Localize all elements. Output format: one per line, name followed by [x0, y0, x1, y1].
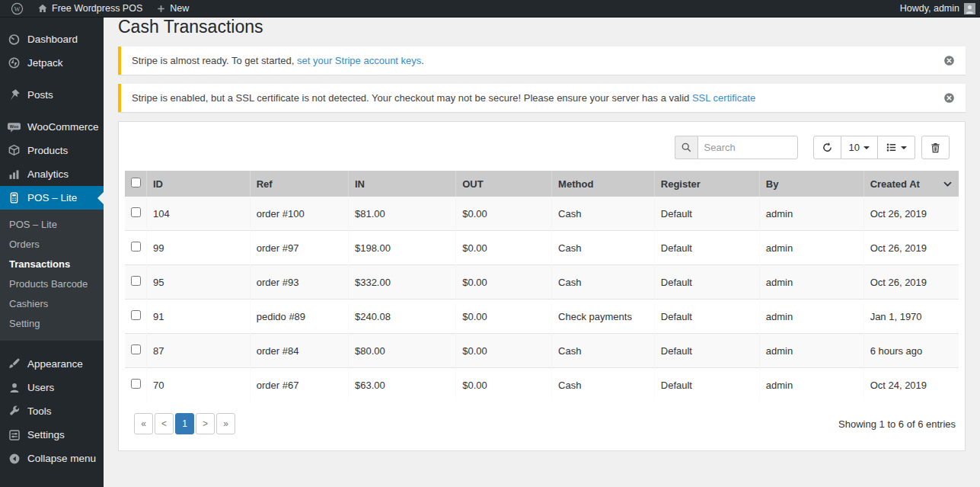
header-register[interactable]: Register [654, 171, 759, 197]
cell-ref: order #67 [250, 368, 348, 402]
refresh-button[interactable] [813, 136, 841, 159]
row-checkbox[interactable] [131, 310, 141, 320]
cell-id: 70 [146, 368, 250, 402]
ssl-certificate-link[interactable]: SSL certificate [692, 92, 755, 104]
select-all-checkbox[interactable] [131, 178, 141, 187]
header-created-at[interactable]: Created At [863, 171, 959, 197]
pagination-last[interactable]: » [216, 413, 235, 434]
submenu-item-transactions[interactable]: Transactions [9, 254, 104, 274]
notice-text-after: . [421, 55, 424, 66]
sidebar-item-woocommerce[interactable]: Woo WooCommerce [0, 115, 104, 139]
avatar[interactable] [964, 3, 975, 14]
pagination-first[interactable]: « [134, 413, 153, 434]
wordpress-logo-icon[interactable]: W [6, 2, 28, 15]
row-checkbox[interactable] [131, 379, 141, 389]
sidebar-item-settings[interactable]: Settings [0, 423, 104, 447]
sidebar-item-appearance[interactable]: Appearance [0, 352, 104, 376]
columns-dropdown[interactable] [878, 136, 915, 159]
header-select-all [125, 171, 146, 197]
delete-button[interactable] [921, 136, 950, 159]
header-ref[interactable]: Ref [250, 171, 348, 197]
cell-in: $332.00 [348, 265, 455, 300]
new-menu-item[interactable]: New [152, 3, 193, 14]
table-row[interactable]: 99 order #97 $198.00 $0.00 Cash Default … [125, 231, 959, 265]
sidebar-item-pos-lite[interactable]: POS – Lite [0, 186, 104, 210]
cell-ref: order #97 [250, 231, 348, 265]
header-method[interactable]: Method [552, 171, 655, 197]
submenu-item-pos-lite[interactable]: POS – Lite [9, 214, 104, 234]
cell-register: Default [654, 265, 759, 300]
svg-text:Woo: Woo [10, 124, 19, 129]
pagination-prev[interactable]: < [155, 413, 174, 434]
sidebar-item-posts[interactable]: Posts [0, 83, 104, 107]
sidebar-item-dashboard[interactable]: Dashboard [0, 27, 104, 51]
cell-by: admin [759, 300, 863, 334]
tools-icon [7, 405, 21, 418]
cell-ref: pedido #89 [250, 300, 348, 334]
transactions-panel: 10 [118, 121, 966, 451]
cell-register: Default [654, 368, 759, 402]
sidebar-item-label: Settings [27, 429, 65, 441]
row-checkbox[interactable] [131, 242, 141, 252]
cell-method: Cash [552, 231, 655, 265]
ssl-notice: Stripe is enabled, but a SSL certificate… [118, 84, 966, 112]
pagination-next[interactable]: > [196, 413, 215, 434]
page-size-dropdown[interactable]: 10 [841, 136, 878, 159]
table-row[interactable]: 91 pedido #89 $240.08 $0.00 Check paymen… [125, 300, 959, 334]
table-row[interactable]: 70 order #67 $63.00 $0.00 Cash Default a… [125, 368, 959, 402]
table-row[interactable]: 87 order #84 $80.00 $0.00 Cash Default a… [125, 334, 959, 368]
site-menu-item[interactable]: Free Wordpress POS [33, 3, 147, 14]
search-input[interactable] [697, 136, 798, 159]
cell-by: admin [759, 334, 863, 368]
header-by[interactable]: By [759, 171, 863, 197]
cell-by: admin [759, 368, 863, 402]
submenu-item-setting[interactable]: Setting [9, 313, 104, 333]
notice-text: Stripe is almost ready. To get started, … [132, 55, 424, 66]
submenu-item-cashiers[interactable]: Cashiers [9, 293, 104, 313]
pos-icon [7, 191, 21, 204]
cell-register: Default [654, 334, 759, 368]
table-header-row: ID Ref IN OUT Method Register By Created… [125, 171, 959, 197]
home-icon [37, 3, 48, 14]
cell-created-at: Jan 1, 1970 [863, 300, 959, 334]
row-checkbox[interactable] [131, 276, 141, 286]
cell-by: admin [759, 231, 863, 265]
header-in[interactable]: IN [348, 171, 455, 197]
cell-register: Default [654, 197, 759, 231]
sidebar-item-users[interactable]: Users [0, 376, 104, 399]
header-id[interactable]: ID [146, 171, 250, 197]
dismiss-notice-icon[interactable] [943, 92, 955, 104]
sidebar-item-products[interactable]: Products [0, 139, 104, 162]
table-row[interactable]: 104 order #100 $81.00 $0.00 Cash Default… [125, 197, 959, 231]
page-size-value: 10 [849, 142, 860, 153]
cell-by: admin [759, 265, 863, 300]
cell-out: $0.00 [456, 334, 552, 368]
cell-method: Check payments [552, 300, 655, 334]
cell-in: $63.00 [348, 368, 455, 402]
stripe-keys-link[interactable]: set your Stripe account keys [297, 55, 421, 66]
pagination-page-1[interactable]: 1 [175, 413, 194, 434]
dismiss-notice-icon[interactable] [943, 55, 955, 66]
cell-in: $81.00 [348, 197, 455, 231]
cell-in: $198.00 [348, 231, 455, 265]
submenu-item-products-barcode[interactable]: Products Barcode [9, 274, 104, 293]
showing-entries-text: Showing 1 to 6 of 6 entries [838, 418, 956, 430]
table-row[interactable]: 95 order #93 $332.00 $0.00 Cash Default … [125, 265, 959, 300]
cell-id: 95 [146, 265, 250, 300]
sidebar-item-analytics[interactable]: Analytics [0, 162, 104, 186]
cell-in: $240.08 [348, 300, 455, 334]
row-checkbox[interactable] [131, 344, 141, 354]
sidebar-item-jetpack[interactable]: Jetpack [0, 51, 104, 75]
cell-out: $0.00 [456, 300, 552, 334]
appearance-icon [7, 357, 21, 370]
sidebar-item-collapse-menu[interactable]: Collapse menu [0, 447, 104, 470]
sidebar-item-label: WooCommerce [27, 121, 99, 133]
cell-created-at: Oct 26, 2019 [863, 231, 959, 265]
howdy-account[interactable]: Howdy, admin [900, 3, 959, 14]
submenu-item-orders[interactable]: Orders [9, 234, 104, 254]
header-out[interactable]: OUT [456, 171, 552, 197]
sidebar-item-label: Analytics [27, 168, 69, 180]
cell-register: Default [654, 300, 759, 334]
sidebar-item-tools[interactable]: Tools [0, 399, 104, 423]
row-checkbox[interactable] [131, 207, 141, 217]
